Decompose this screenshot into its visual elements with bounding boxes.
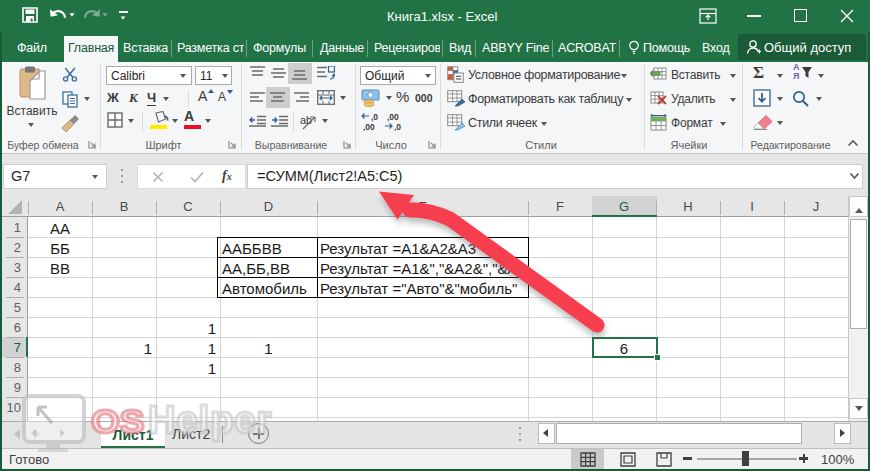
svg-text:,00: ,00: [387, 112, 399, 122]
svg-text:,0: ,0: [394, 122, 401, 132]
svg-text:ab: ab: [300, 114, 312, 126]
svg-text:,00: ,00: [363, 122, 375, 132]
svg-text:,0: ,0: [371, 112, 378, 122]
